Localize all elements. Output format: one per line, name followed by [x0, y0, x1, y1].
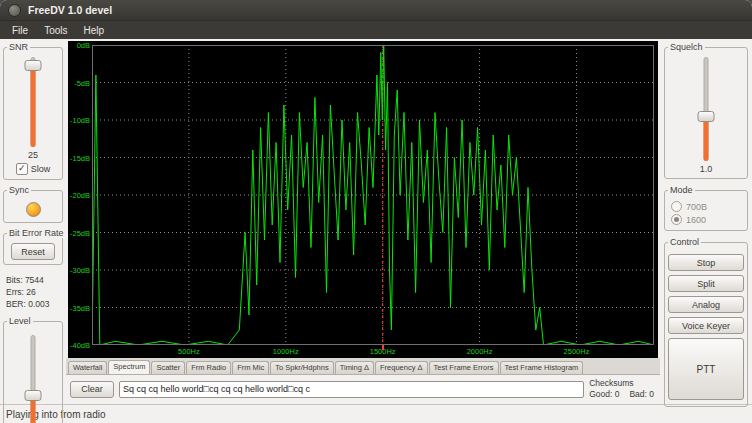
- app-window: FreeDV 1.0 devel FileToolsHelp SNR 25 Sl…: [0, 0, 752, 423]
- tab-test-frame-errors[interactable]: Test Frame Errors: [429, 361, 499, 374]
- bottom-row: Clear Checksums Good: 0 Bad: 0: [66, 375, 660, 404]
- tab-waterfall[interactable]: Waterfall: [68, 361, 107, 374]
- snr-slow-row[interactable]: Slow: [16, 163, 51, 175]
- squelch-group-label: Squelch: [668, 42, 705, 52]
- y-axis-label: -10dB: [70, 116, 90, 125]
- y-axis-label: -30dB: [70, 266, 90, 275]
- title-bar[interactable]: FreeDV 1.0 devel: [0, 0, 752, 20]
- ptt-button[interactable]: PTT: [668, 338, 744, 400]
- tab-test-frame-histogram[interactable]: Test Frame Histogram: [500, 361, 584, 374]
- spectrum-svg: [92, 45, 654, 345]
- status-bar: Playing into from radio: [0, 404, 752, 423]
- checksums-block: Checksums Good: 0 Bad: 0: [589, 378, 656, 399]
- spectrum-panel: 0dB-5dB-10dB-15dB-20dB-25dB-30dB-35dB-40…: [68, 41, 658, 358]
- menu-item-tools[interactable]: Tools: [36, 24, 75, 37]
- x-axis-label: 1000Hz: [273, 347, 299, 356]
- squelch-group: Squelch 1.0: [664, 47, 748, 179]
- tuning-marker-tick: [382, 345, 384, 350]
- mode-options: 700B1600: [668, 200, 744, 226]
- ber-group-label: Bit Error Rate: [7, 228, 66, 238]
- menu-item-help[interactable]: Help: [75, 24, 112, 37]
- y-axis-labels: 0dB-5dB-10dB-15dB-20dB-25dB-30dB-35dB-40…: [68, 45, 92, 345]
- radio-icon: [671, 214, 682, 225]
- window-button-icon[interactable]: [8, 4, 21, 17]
- level-group-label: Level: [7, 316, 33, 326]
- ber-group: Bit Error Rate Reset: [3, 233, 63, 265]
- text-message-input[interactable]: [119, 381, 584, 398]
- sync-group: Sync: [3, 190, 63, 223]
- snr-value: 25: [28, 150, 38, 160]
- snr-group-label: SNR: [7, 42, 30, 52]
- mode-radio-700b[interactable]: 700B: [668, 200, 744, 213]
- menu-bar: FileToolsHelp: [0, 20, 752, 39]
- main-content: SNR 25 Slow Sync Bit Error Rate Reset: [0, 39, 752, 404]
- tab-frm-radio[interactable]: Frm Radio: [186, 361, 231, 374]
- mode-radio-label: 700B: [686, 202, 707, 212]
- tab-to-spkr-hdphns[interactable]: To Spkr/Hdphns: [270, 361, 333, 374]
- mode-group-label: Mode: [668, 185, 695, 195]
- y-axis-gutter: 0dB-5dB-10dB-15dB-20dB-25dB-30dB-35dB-40…: [68, 45, 92, 358]
- tab-scatter[interactable]: Scatter: [151, 361, 185, 374]
- y-axis-label: -15dB: [70, 153, 90, 162]
- checksums-label: Checksums: [589, 378, 654, 389]
- level-group: Level: [3, 321, 63, 423]
- reset-button[interactable]: Reset: [11, 243, 55, 260]
- left-panel: SNR 25 Slow Sync Bit Error Rate Reset: [0, 39, 66, 404]
- right-panel: Squelch 1.0 Mode 700B1600 Control StopSp…: [660, 39, 752, 404]
- analog-button[interactable]: Analog: [668, 296, 744, 313]
- split-button[interactable]: Split: [668, 275, 744, 292]
- menu-item-file[interactable]: File: [4, 24, 36, 37]
- stop-button[interactable]: Stop: [668, 254, 744, 271]
- y-axis-label: -35dB: [70, 303, 90, 312]
- control-group-label: Control: [668, 237, 701, 247]
- y-axis-label: -5dB: [74, 78, 90, 87]
- mode-radio-label: 1600: [686, 215, 706, 225]
- clear-button[interactable]: Clear: [70, 381, 114, 398]
- tab-spectrum[interactable]: Spectrum: [108, 360, 150, 374]
- checksums-bad: Bad: 0: [629, 389, 654, 400]
- y-axis-label: -20dB: [70, 191, 90, 200]
- x-axis-label: 2000Hz: [467, 347, 493, 356]
- center-column: 0dB-5dB-10dB-15dB-20dB-25dB-30dB-35dB-40…: [66, 39, 660, 404]
- y-axis-label: 0dB: [77, 41, 90, 50]
- bits-count: Bits: 7544: [6, 275, 49, 287]
- radio-icon: [671, 201, 682, 212]
- voice-keyer-button[interactable]: Voice Keyer: [668, 317, 744, 334]
- y-axis-label: -25dB: [70, 228, 90, 237]
- snr-gauge: [24, 57, 42, 147]
- slow-checkbox[interactable]: [16, 163, 28, 175]
- errors-count: Errs: 26: [6, 287, 49, 299]
- checksums-good: Good: 0: [589, 389, 619, 400]
- ber-value: BER: 0.003: [6, 299, 49, 311]
- tab-timing[interactable]: Timing Δ: [335, 361, 374, 374]
- spectrum-plot[interactable]: [92, 45, 654, 345]
- x-axis-labels: 500Hz1000Hz1500Hz2000Hz2500Hz: [92, 345, 654, 358]
- mode-group: Mode 700B1600: [664, 190, 748, 231]
- plot-column: 500Hz1000Hz1500Hz2000Hz2500Hz: [92, 45, 654, 358]
- y-axis-label: -40dB: [70, 341, 90, 350]
- x-axis-label: 500Hz: [178, 347, 200, 356]
- slider-fill: [31, 66, 36, 147]
- snr-group: SNR 25 Slow: [3, 47, 63, 180]
- slider-fill: [704, 117, 709, 161]
- slider-handle[interactable]: [25, 390, 42, 401]
- level-slider[interactable]: [24, 335, 42, 423]
- slow-checkbox-label: Slow: [31, 164, 51, 174]
- plot-tab-bar: WaterfallSpectrumScatterFrm RadioFrm Mic…: [66, 358, 660, 375]
- tab-frequency[interactable]: Frequency Δ: [375, 361, 428, 374]
- window-title: FreeDV 1.0 devel: [28, 4, 112, 16]
- sync-led-icon: [26, 202, 41, 217]
- slider-handle[interactable]: [698, 111, 715, 122]
- control-group: Control StopSplitAnalogVoice Keyer PTT: [664, 242, 748, 407]
- control-buttons: StopSplitAnalogVoice Keyer: [668, 252, 744, 336]
- slider-handle: [25, 60, 42, 71]
- mode-radio-1600[interactable]: 1600: [668, 213, 744, 226]
- ber-stats: Bits: 7544 Errs: 26 BER: 0.003: [3, 275, 49, 311]
- squelch-slider[interactable]: [697, 57, 715, 161]
- squelch-value: 1.0: [700, 164, 713, 174]
- x-axis-label: 2500Hz: [564, 347, 590, 356]
- tab-frm-mic[interactable]: Frm Mic: [232, 361, 269, 374]
- sync-group-label: Sync: [7, 185, 31, 195]
